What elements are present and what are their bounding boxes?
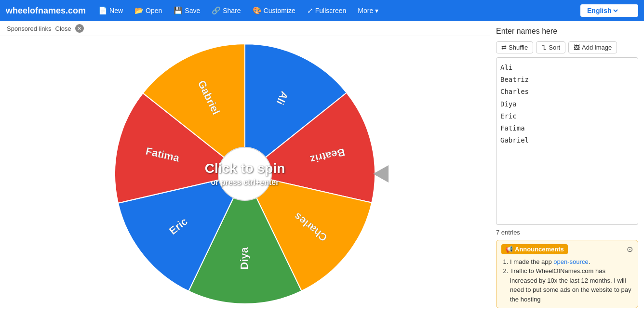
fullscreen-button[interactable]: ⤢ Fullscreen [302, 4, 351, 17]
add-image-button[interactable]: 🖼 Add image [568, 41, 617, 53]
right-panel: Enter names here ⇄ Shuffle ⇅ Sort 🖼 Add … [490, 21, 644, 314]
language-selector[interactable]: English [580, 4, 638, 17]
announcement-item-2: Traffic to WheelOfNames.com has increase… [510, 266, 633, 304]
share-button[interactable]: 🔗 Share [207, 4, 245, 17]
open-button[interactable]: 📂 Open [130, 4, 167, 17]
save-icon: 💾 [174, 6, 183, 15]
svg-point-7 [218, 147, 271, 200]
sponsored-text: Sponsored links [7, 25, 52, 32]
close-sponsored-button[interactable]: ✕ [75, 24, 84, 33]
announcements-body: I made the app open-source. Traffic to W… [501, 257, 633, 304]
share-icon: 🔗 [212, 6, 221, 15]
open-source-link[interactable]: open-source [553, 258, 588, 265]
announcements-header: 📢 Announcements ⊙ [501, 244, 633, 254]
right-panel-title: Enter names here [496, 27, 638, 36]
image-icon: 🖼 [574, 44, 580, 51]
shuffle-button[interactable]: ⇄ Shuffle [496, 41, 533, 53]
main-layout: Sponsored links Close ✕ AliBeatrizCharle… [0, 21, 644, 314]
language-dropdown[interactable]: English [585, 6, 619, 15]
sort-icon: ⇅ [541, 44, 547, 51]
announcements-box: 📢 Announcements ⊙ I made the app open-so… [496, 240, 638, 309]
close-label: Close [55, 25, 71, 32]
shuffle-icon: ⇄ [501, 44, 507, 51]
new-icon: 📄 [98, 6, 107, 15]
tool-row: ⇄ Shuffle ⇅ Sort 🖼 Add image [496, 41, 638, 53]
announcements-toggle-button[interactable]: ⊙ [627, 245, 633, 254]
announcements-title: 📢 Announcements [501, 244, 568, 254]
wheel-container[interactable]: AliBeatrizCharlesDiyaEricFatimaGabriel C… [0, 36, 490, 312]
wheel[interactable]: AliBeatrizCharlesDiyaEricFatimaGabriel C… [110, 39, 380, 309]
customize-button[interactable]: 🎨 Customize [248, 4, 300, 17]
wheel-svg[interactable]: AliBeatrizCharlesDiyaEricFatimaGabriel [110, 39, 380, 309]
entries-count: 7 entries [496, 229, 638, 236]
names-textarea[interactable]: Ali Beatriz Charles Diya Eric Fatima Gab… [496, 57, 638, 225]
fullscreen-icon: ⤢ [307, 6, 313, 15]
left-panel: Sponsored links Close ✕ AliBeatrizCharle… [0, 21, 490, 314]
new-button[interactable]: 📄 New [94, 4, 128, 17]
megaphone-icon: 📢 [505, 246, 513, 253]
sort-button[interactable]: ⇅ Sort [536, 41, 565, 53]
svg-text:Diya: Diya [238, 247, 250, 269]
sponsored-bar: Sponsored links Close ✕ [0, 21, 490, 36]
brand-logo: wheelofnames.com [6, 6, 86, 16]
more-chevron-icon: ▾ [375, 7, 378, 14]
more-button[interactable]: More ▾ [353, 5, 383, 16]
header: wheelofnames.com 📄 New 📂 Open 💾 Save 🔗 S… [0, 0, 644, 21]
announcement-item-1: I made the app open-source. [510, 257, 633, 267]
customize-icon: 🎨 [253, 6, 262, 15]
save-button[interactable]: 💾 Save [169, 4, 205, 17]
wheel-pointer [373, 165, 389, 183]
open-icon: 📂 [134, 6, 144, 15]
